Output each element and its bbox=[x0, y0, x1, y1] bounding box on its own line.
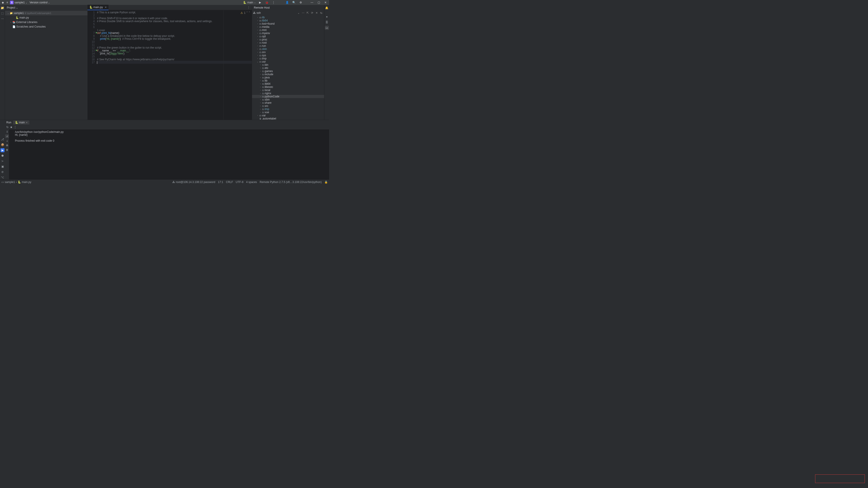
project-tool-icon[interactable]: 📁 bbox=[0, 6, 4, 10]
remote-tree-row[interactable]: ›🗀srv bbox=[252, 51, 324, 54]
app-logo-icon[interactable]: ◆ bbox=[1, 1, 4, 4]
code-with-me-icon[interactable]: 👤 bbox=[285, 1, 289, 4]
line-separator[interactable]: CRLF bbox=[226, 181, 233, 184]
notifications-icon[interactable]: 🔔 bbox=[325, 6, 329, 10]
prev-highlight-icon[interactable]: ˄ bbox=[246, 11, 248, 14]
remote-tree-row[interactable]: ›🗀libexec bbox=[252, 86, 324, 89]
remote-host-tool-icon[interactable]: 🗂 bbox=[325, 26, 329, 30]
remote-tree-row[interactable]: ›🗀games bbox=[252, 70, 324, 73]
search-icon[interactable]: 🔍 bbox=[292, 1, 296, 4]
run-output[interactable]: /usr/bin/python /usr/pythonCode/main.pyH… bbox=[13, 129, 329, 180]
remote-tree-row[interactable]: ›🗀sbin bbox=[252, 98, 324, 101]
remote-tree-row[interactable]: ›🗀src bbox=[252, 104, 324, 107]
remote-tree-row[interactable]: ›🗀lib64 bbox=[252, 82, 324, 86]
remote-tree-row[interactable]: ⌄🗀usr bbox=[252, 60, 324, 63]
minimize-icon[interactable]: — bbox=[310, 1, 314, 4]
vcs-menu[interactable]: Version control ⌄ bbox=[30, 1, 50, 4]
python-packages-icon[interactable]: 📦 bbox=[0, 143, 4, 147]
deployment-status[interactable]: 🖧 root@106.14.3.108:22 password bbox=[172, 181, 215, 184]
run-config-selector[interactable]: 🐍main ⌄ bbox=[243, 1, 256, 4]
close-icon[interactable]: ✕ bbox=[324, 1, 327, 4]
inspections-widget[interactable]: ⚠1 ˄ ˅ bbox=[241, 11, 250, 14]
run-tab-close-icon[interactable]: ✕ bbox=[26, 121, 28, 124]
scroll-end-icon[interactable]: ⤓ bbox=[5, 139, 9, 142]
main-menu-icon[interactable]: ≡ bbox=[5, 1, 9, 4]
rerun-icon[interactable]: ↻ bbox=[6, 126, 8, 129]
remote-tree-row[interactable]: ›🗀vue bbox=[252, 111, 324, 114]
editor-code[interactable]: ⚠1 ˄ ˅ # This is a sample Python script.… bbox=[97, 10, 252, 120]
remote-tree-row[interactable]: ›🗀run bbox=[252, 44, 324, 47]
remote-tree-row[interactable]: ›🗀nginx bbox=[252, 92, 324, 95]
remote-tree-row[interactable]: ›🗀pythonCode bbox=[252, 95, 324, 98]
remote-tree-row[interactable]: ›🗀sys bbox=[252, 54, 324, 57]
remote-more-icon[interactable]: ⋯ bbox=[301, 11, 305, 15]
vcs-tool-icon[interactable]: ⌥ bbox=[0, 175, 4, 180]
remote-synchronize-icon[interactable]: ⇆ bbox=[319, 11, 323, 15]
clear-icon[interactable]: 🗑 bbox=[5, 148, 9, 152]
remote-tree-row[interactable]: ›🗀local bbox=[252, 89, 324, 92]
print-icon[interactable]: 🖶 bbox=[5, 143, 9, 147]
remote-tree-row[interactable]: ›🗀var bbox=[252, 114, 324, 117]
tree-root[interactable]: ⌄📁 sample1 E:\pythonCode\sample1 bbox=[5, 11, 88, 15]
remote-tree-row[interactable]: ›🗀java bbox=[252, 76, 324, 79]
remote-tree-row[interactable]: ›🗀opt bbox=[252, 35, 324, 38]
remote-tree-row[interactable]: ›🗀sbin bbox=[252, 47, 324, 51]
tab-close-icon[interactable]: ✕ bbox=[105, 6, 107, 9]
more-tool-icon[interactable]: ⋯ bbox=[0, 17, 4, 21]
readonly-lock-icon[interactable]: 🔒 bbox=[324, 181, 328, 184]
interpreter-status[interactable]: Remote Python 2.7.5 (sft…3.108:22/usr/bi… bbox=[260, 181, 322, 184]
project-panel-header[interactable]: Project⌄ bbox=[5, 5, 88, 10]
run-config-tab[interactable]: 🐍 main ✕ bbox=[13, 121, 29, 125]
remote-tree-row[interactable]: 🗎.autorelabel bbox=[252, 117, 324, 120]
database-tool-icon[interactable]: 🗄 bbox=[325, 20, 329, 24]
remote-connection-selector[interactable]: 🖧ssh bbox=[253, 11, 296, 14]
caret-position[interactable]: 17:1 bbox=[218, 181, 223, 184]
editor-gutter[interactable]: 1234567891011121314151617 bbox=[88, 10, 97, 120]
git-tool-icon[interactable]: ⎇ bbox=[0, 137, 4, 141]
run-tool-icon[interactable]: ▶ bbox=[0, 148, 4, 152]
remote-tree-row[interactable]: ›🗀tmp bbox=[252, 57, 324, 60]
remote-disconnect-icon[interactable]: ✕ bbox=[315, 11, 319, 15]
python-console-icon[interactable]: ≻ bbox=[0, 159, 4, 163]
soft-wrap-icon[interactable]: ↲ bbox=[5, 134, 9, 138]
structure-tool-icon[interactable]: ⬚ bbox=[0, 11, 4, 15]
services-tool-icon[interactable]: ⬢ bbox=[0, 154, 4, 158]
up-stack-icon[interactable]: ↥ bbox=[5, 130, 9, 133]
indent-status[interactable]: 4 spaces bbox=[246, 181, 257, 184]
more-actions-icon[interactable]: ⋮ bbox=[272, 1, 275, 4]
file-encoding[interactable]: UTF-8 bbox=[236, 181, 243, 184]
run-more-icon[interactable]: ⋮ bbox=[14, 126, 17, 129]
project-name[interactable]: sample1 ⌄ bbox=[14, 1, 27, 4]
next-highlight-icon[interactable]: ˅ bbox=[249, 11, 250, 14]
remote-tree-row[interactable]: ›🗀media bbox=[252, 25, 324, 29]
remote-collapse-icon[interactable]: ⇱ bbox=[306, 11, 310, 15]
editor-body[interactable]: 1234567891011121314151617 ⚠1 ˄ ˅ # This … bbox=[88, 10, 252, 120]
tab-more-icon[interactable]: ⋮ bbox=[246, 6, 252, 9]
remote-tree-row[interactable]: ›🗀share bbox=[252, 101, 324, 104]
run-icon[interactable]: ▶ bbox=[258, 1, 262, 4]
restore-icon[interactable]: ▢ bbox=[317, 1, 320, 4]
ai-assistant-icon[interactable]: ✦ bbox=[325, 15, 329, 19]
terminal-tool-icon[interactable]: ▣ bbox=[0, 164, 4, 168]
settings-icon[interactable]: ⚙ bbox=[299, 1, 303, 4]
editor-tab[interactable]: 🐍 main.py ✕ bbox=[88, 5, 108, 10]
remote-tree-row[interactable]: ›🗀include bbox=[252, 73, 324, 76]
remote-tree-row[interactable]: ›🗀lib bbox=[252, 16, 324, 19]
project-badge[interactable]: S bbox=[10, 1, 13, 4]
tree-row[interactable]: 📄Scratches and Consoles bbox=[5, 24, 88, 29]
remote-dropdown-icon[interactable]: ⌄ bbox=[297, 11, 301, 15]
problems-tool-icon[interactable]: ⊘ bbox=[0, 170, 4, 174]
remote-tree-row[interactable]: ›🗀bin bbox=[252, 63, 324, 66]
remote-tree-row[interactable]: ›🗀myenv bbox=[252, 32, 324, 35]
remote-tree-row[interactable]: ›🗀proc bbox=[252, 38, 324, 41]
remote-tree-row[interactable]: ›🗀lib bbox=[252, 79, 324, 82]
remote-tree[interactable]: ›🗀lib›🗀lib64›🗀lost+found›🗀media›🗀mnt›🗀my… bbox=[252, 15, 324, 120]
navbar-breadcrumb[interactable]: ▭sample1› 🐍main.py bbox=[1, 181, 31, 184]
remote-refresh-icon[interactable]: ⟳ bbox=[310, 11, 314, 15]
remote-tree-row[interactable]: ›🗀root bbox=[252, 41, 324, 44]
tree-row[interactable]: 🐍main.py bbox=[5, 15, 88, 20]
debug-icon[interactable]: 🐞 bbox=[265, 1, 269, 4]
tree-row[interactable]: ›📚External Libraries bbox=[5, 20, 88, 24]
remote-tree-row[interactable]: ›🗀etc bbox=[252, 66, 324, 70]
remote-tree-row[interactable]: ›🗀lost+found bbox=[252, 22, 324, 25]
